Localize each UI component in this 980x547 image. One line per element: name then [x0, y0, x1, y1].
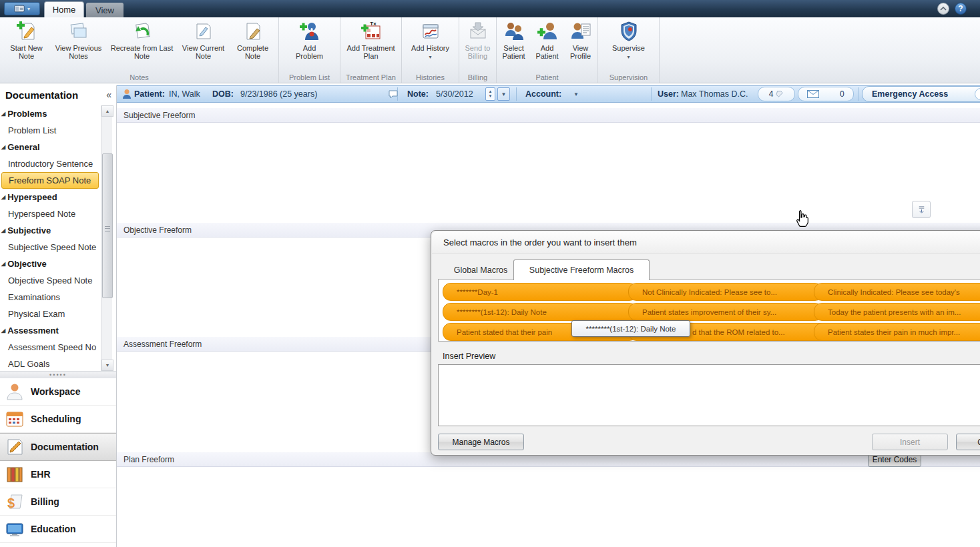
- tree-item-freeform-soap-note[interactable]: Freeform SOAP Note: [1, 172, 99, 189]
- history-chart-icon: [419, 20, 442, 43]
- divider: [651, 87, 652, 101]
- insert-preview-label: Insert Preview: [443, 352, 495, 361]
- tree-item-problem-list[interactable]: Problem List: [0, 122, 100, 139]
- insert-button: Insert: [872, 434, 948, 450]
- note-date-stepper[interactable]: ▲▼: [485, 86, 495, 102]
- tree-label: ADL Goals: [8, 359, 49, 369]
- group-caption: Histories: [402, 73, 459, 81]
- emergency-access-button[interactable]: Emergency Access: [862, 86, 980, 102]
- tree-label: Problems: [7, 109, 47, 119]
- panel-splitter[interactable]: •••••: [0, 371, 116, 378]
- manage-macros-button[interactable]: Manage Macros: [438, 434, 524, 450]
- tab-home[interactable]: Home: [44, 1, 84, 17]
- complete-note-button[interactable]: Complete Note: [232, 20, 274, 60]
- divider: [858, 87, 859, 101]
- account-dropdown-caret[interactable]: ▼: [573, 86, 579, 102]
- documentation-sidebar: Documentation « ◢Problems Problem List ◢…: [0, 85, 117, 547]
- stepper-down-icon[interactable]: ▼: [489, 94, 493, 99]
- tree-label: Assessment: [7, 326, 59, 336]
- expand-triangle-icon: ◢: [1, 194, 5, 200]
- sidebar-collapse-button[interactable]: «: [106, 89, 111, 100]
- tree-item-examinations[interactable]: Examinations: [0, 289, 100, 306]
- section-label: Plan Freeform: [124, 455, 174, 464]
- tab-view[interactable]: View: [86, 3, 124, 17]
- stepper-up-icon[interactable]: ▲: [489, 89, 493, 94]
- messages-pill[interactable]: 0: [798, 86, 854, 102]
- note-date-value: 5/30/2012: [436, 86, 473, 102]
- plan-freeform-textarea[interactable]: [117, 467, 980, 547]
- button-label: Recreate from Last Note: [109, 44, 176, 60]
- tree-item-physical-exam[interactable]: Physical Exam: [0, 306, 100, 322]
- help-button[interactable]: ?: [955, 3, 967, 15]
- messages-count: 0: [840, 89, 844, 99]
- select-patient-button[interactable]: Select Patient: [498, 20, 530, 60]
- tree-section-hyperspeed[interactable]: ◢Hyperspeed: [0, 189, 100, 205]
- insert-preview-box[interactable]: [438, 364, 980, 426]
- macro-button-day-1[interactable]: *******Day-1: [443, 283, 638, 301]
- tree-item-subjective-speed-note[interactable]: Subjective Speed Note: [0, 239, 100, 255]
- view-profile-button[interactable]: View Profile: [565, 20, 597, 60]
- recreate-note-icon: [131, 20, 154, 43]
- supervise-button[interactable]: Supervise ▾: [605, 20, 652, 61]
- add-problem-button[interactable]: Add Problem: [289, 20, 330, 60]
- scrollbar-thumb[interactable]: [102, 153, 113, 298]
- nav-item-scheduling[interactable]: Scheduling: [0, 406, 116, 433]
- macro-button-today-the-patient-presents[interactable]: Today the patient presents with an im...: [814, 303, 980, 321]
- tree-item-assessment-speed-note[interactable]: Assessment Speed No: [0, 339, 100, 356]
- nav-item-workspace[interactable]: Workspace: [0, 378, 116, 406]
- tree-section-objective[interactable]: ◢Objective: [0, 255, 100, 272]
- treatment-plan-icon: Tx: [360, 20, 383, 43]
- ribbon-collapse-button[interactable]: [937, 3, 949, 15]
- tab-global-macros[interactable]: Global Macros: [449, 261, 512, 279]
- recreate-from-last-note-button[interactable]: Recreate from Last Note: [109, 20, 176, 60]
- scroll-up-icon[interactable]: ▲: [101, 105, 113, 117]
- tree-section-assessment[interactable]: ◢Assessment: [0, 322, 100, 339]
- alerts-count: 4: [769, 89, 774, 99]
- app-menu-button[interactable]: ▾: [4, 2, 40, 15]
- macro-tooltip: ********(1st-12): Daily Note: [571, 320, 690, 337]
- expand-triangle-icon: ◢: [1, 227, 5, 233]
- macro-button-not-clinically-indicated[interactable]: Not Clinically Indicated: Please see to.…: [628, 283, 823, 301]
- cancel-button[interactable]: Cancel: [956, 434, 980, 450]
- add-history-button[interactable]: Add History ▾: [407, 20, 455, 61]
- tree-item-hyperspeed-note[interactable]: Hyperspeed Note: [0, 205, 100, 222]
- view-current-note-button[interactable]: View Current Note: [177, 20, 230, 60]
- macro-button-1st-12-daily-note[interactable]: ********(1st-12): Daily Note: [443, 303, 638, 321]
- tree-item-adl-goals[interactable]: ADL Goals: [0, 356, 100, 371]
- macro-button-patient-states-improvement[interactable]: Patient states improvement of their sy..…: [628, 303, 823, 321]
- section-label: Assessment Freeform: [124, 340, 202, 349]
- scrollbar-grip: [105, 226, 110, 231]
- nav-item-ehr[interactable]: EHR: [0, 461, 116, 488]
- macro-button-clinically-indicated[interactable]: Clinically Indicated: Please see today's: [814, 283, 980, 301]
- alerts-pill[interactable]: 4: [758, 86, 795, 102]
- tab-subjective-freeform-macros[interactable]: Subjective Freeform Macros: [513, 259, 650, 280]
- insert-macro-button[interactable]: [912, 201, 931, 218]
- emergency-toggle-knob[interactable]: [975, 88, 980, 100]
- tree-label: General: [7, 142, 39, 152]
- tree-section-general[interactable]: ◢General: [0, 139, 100, 155]
- mouse-cursor-hand: [793, 209, 810, 229]
- note-label: Note:: [407, 86, 429, 102]
- tree-section-subjective[interactable]: ◢Subjective: [0, 222, 100, 239]
- start-new-note-button[interactable]: Start New Note: [5, 20, 49, 60]
- tree-item-introductory-sentence[interactable]: Introductory Sentence: [0, 155, 100, 172]
- nav-item-education[interactable]: Education: [0, 516, 116, 543]
- sidebar-scrollbar[interactable]: ▲ ▼: [101, 105, 112, 371]
- note-dropdown-button[interactable]: ▼: [497, 86, 510, 102]
- add-patient-button[interactable]: Add Patient: [531, 20, 563, 60]
- nav-item-documentation[interactable]: Documentation: [0, 433, 116, 461]
- chevron-up-icon: [940, 7, 947, 11]
- view-previous-notes-button[interactable]: View Previous Notes: [50, 20, 107, 60]
- app-icon: [14, 5, 25, 13]
- nav-item-billing[interactable]: $ Billing: [0, 488, 116, 516]
- complete-note-icon: [242, 20, 264, 43]
- macro-button-pain-much-improved[interactable]: Patient states their pain in much impr..…: [814, 323, 980, 341]
- add-treatment-plan-button[interactable]: Tx Add Treatment Plan: [341, 20, 401, 60]
- subjective-freeform-textarea[interactable]: [117, 123, 980, 222]
- tree-item-objective-speed-note[interactable]: Objective Speed Note: [0, 272, 100, 289]
- scroll-down-icon[interactable]: ▼: [101, 360, 113, 371]
- tree-section-problems[interactable]: ◢Problems: [0, 105, 100, 122]
- send-to-billing-icon: [467, 20, 489, 43]
- emergency-access-label: Emergency Access: [872, 89, 948, 99]
- ribbon-group-problem-list: Add Problem Problem List: [279, 17, 340, 83]
